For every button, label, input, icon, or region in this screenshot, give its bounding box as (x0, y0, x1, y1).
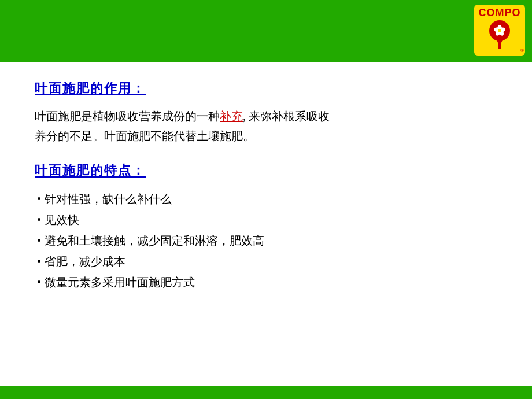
section1-title: 叶面施肥的作用： (35, 80, 497, 97)
section1-body-part1: 叶面施肥是植物吸收营养成份的一种 (35, 110, 220, 123)
list-item: 避免和土壤接触，减少固定和淋溶，肥效高 (35, 230, 497, 251)
logo-registered: ® (520, 48, 524, 53)
section2-title: 叶面施肥的特点： (35, 162, 497, 179)
bottom-bar (0, 386, 532, 399)
logo-circle (489, 20, 510, 41)
main-content: 叶面施肥的作用： 叶面施肥是植物吸收营养成份的一种补充, 来弥补根系吸收 养分的… (0, 62, 532, 386)
list-item: 针对性强，缺什么补什么 (35, 189, 497, 209)
section1-body-link: 补充 (220, 110, 243, 123)
list-item: 省肥，减少成本 (35, 251, 497, 272)
bullet-list: 针对性强，缺什么补什么 见效快 避免和土壤接触，减少固定和淋溶，肥效高 省肥，减… (35, 189, 497, 293)
logo-icon (489, 20, 510, 49)
page-container: COMPO ® 叶面施肥的作用： (0, 0, 532, 399)
logo-svg (493, 24, 506, 37)
section1-body-part2: , 来弥补根系吸收 (243, 110, 330, 123)
list-item: 微量元素多采用叶面施肥方式 (35, 272, 497, 293)
svg-point-5 (498, 29, 501, 32)
logo-text: COMPO (478, 7, 520, 19)
top-bar: COMPO ® (0, 0, 532, 62)
section1-body-line2: 养分的不足。叶面施肥不能代替土壤施肥。 (35, 130, 254, 142)
logo-container: COMPO ® (474, 5, 525, 56)
section1-body: 叶面施肥是植物吸收营养成份的一种补充, 来弥补根系吸收 养分的不足。叶面施肥不能… (35, 106, 497, 146)
list-item: 见效快 (35, 209, 497, 230)
